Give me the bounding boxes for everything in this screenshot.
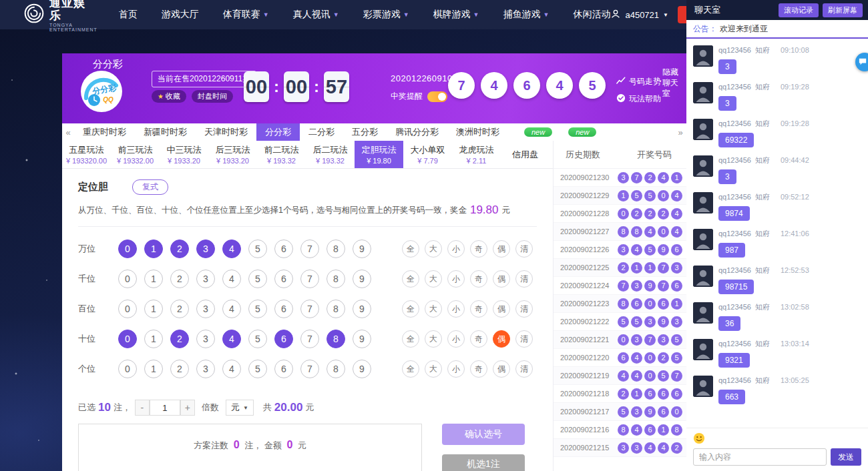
nav-item[interactable]: 首页 [119, 9, 138, 21]
number-ball[interactable]: 7 [300, 300, 319, 318]
quick-select-button[interactable]: 小 [447, 300, 465, 318]
win-alert-toggle[interactable] [427, 91, 447, 102]
play-method-tab[interactable]: 前二玩法¥ 193.32 [257, 141, 306, 168]
nav-item[interactable]: 体育联赛▼ [223, 9, 269, 21]
quick-select-button[interactable]: 奇 [470, 270, 487, 288]
number-ball[interactable]: 2 [170, 270, 189, 288]
tabs-prev-arrow[interactable]: « [62, 123, 74, 141]
number-ball[interactable]: 4 [222, 360, 241, 378]
refresh-screen-button[interactable]: 刷新屏幕 [823, 3, 863, 17]
number-ball[interactable]: 5 [248, 270, 267, 288]
send-button[interactable]: 发送 [831, 448, 861, 466]
number-ball[interactable]: 0 [118, 330, 137, 348]
multiplier-input[interactable] [150, 400, 180, 416]
quick-select-button[interactable]: 奇 [470, 240, 487, 258]
number-ball[interactable]: 1 [144, 270, 163, 288]
confirm-selection-button[interactable]: 确认选号 [442, 424, 525, 445]
play-method-tab[interactable]: 后三玩法¥ 1933.20 [208, 141, 257, 168]
number-ball[interactable]: 7 [300, 330, 319, 348]
nav-item[interactable]: 游戏大厅 [162, 9, 199, 21]
quick-select-button[interactable]: 偶 [493, 240, 510, 258]
number-ball[interactable]: 7 [300, 270, 319, 288]
lottery-tab[interactable]: 二分彩 [300, 123, 343, 141]
quick-select-button[interactable]: 清 [515, 300, 533, 318]
quick-select-button[interactable]: 大 [425, 300, 442, 318]
number-ball[interactable]: 2 [170, 360, 189, 378]
number-ball[interactable]: 3 [196, 330, 215, 348]
number-ball[interactable]: 4 [222, 270, 241, 288]
quick-select-button[interactable]: 小 [447, 270, 465, 288]
play-method-tab[interactable]: 龙虎玩法¥ 2.11 [452, 141, 501, 168]
number-ball[interactable]: 9 [353, 240, 371, 258]
hide-chat-button[interactable]: 隐藏聊天室 [662, 67, 685, 99]
number-ball[interactable]: 8 [327, 360, 345, 378]
lottery-tab[interactable]: 重庆时时彩 [74, 123, 135, 141]
favorite-button[interactable]: ★收藏 [152, 90, 186, 103]
number-ball[interactable]: 5 [248, 240, 267, 258]
lottery-tab[interactable]: 澳洲时时彩 [447, 123, 508, 141]
quick-select-button[interactable]: 小 [447, 330, 465, 348]
number-ball[interactable]: 9 [353, 270, 371, 288]
number-ball[interactable]: 8 [327, 240, 345, 258]
number-ball[interactable]: 2 [170, 240, 189, 258]
increase-button[interactable]: + [180, 400, 195, 416]
number-ball[interactable]: 6 [274, 300, 293, 318]
number-ball[interactable]: 3 [196, 240, 215, 258]
number-ball[interactable]: 8 [327, 300, 345, 318]
number-ball[interactable]: 3 [196, 270, 215, 288]
brand-logo[interactable]: 通亚娱乐 TONGYA ENTERTAINMENT [24, 0, 97, 32]
play-method-tab[interactable]: 中三玩法¥ 1933.20 [160, 141, 208, 168]
nav-item[interactable]: 捕鱼游戏▼ [503, 9, 550, 21]
lottery-tab[interactable]: 新疆时时彩 [135, 123, 196, 141]
number-ball[interactable]: 1 [144, 240, 163, 258]
quick-select-button[interactable]: 大 [425, 360, 442, 378]
lottery-tab[interactable]: 五分彩 [343, 123, 387, 141]
number-ball[interactable]: 9 [353, 300, 371, 318]
number-ball[interactable]: 4 [222, 300, 241, 318]
scroll-log-button[interactable]: 滚动记录 [779, 3, 819, 17]
number-ball[interactable]: 2 [170, 300, 189, 318]
decrease-button[interactable]: - [135, 400, 150, 416]
number-ball[interactable]: 1 [144, 360, 163, 378]
number-ball[interactable]: 6 [274, 240, 293, 258]
quick-select-button[interactable]: 全 [402, 360, 419, 378]
help-link[interactable]: 玩法帮助 [616, 93, 661, 105]
new-badge[interactable]: new [524, 127, 552, 137]
lottery-tab[interactable]: 天津时时彩 [196, 123, 256, 141]
trend-link[interactable]: 号码走势 [616, 76, 661, 87]
quick-select-button[interactable]: 清 [515, 360, 533, 378]
quick-select-button[interactable]: 偶 [493, 270, 510, 288]
play-method-tab[interactable]: 大小单双¥ 7.79 [403, 141, 452, 168]
number-ball[interactable]: 2 [170, 330, 189, 348]
number-ball[interactable]: 0 [118, 300, 137, 318]
number-ball[interactable]: 4 [222, 240, 241, 258]
quick-select-button[interactable]: 小 [447, 240, 465, 258]
number-ball[interactable]: 1 [144, 330, 163, 348]
quick-select-button[interactable]: 清 [515, 240, 533, 258]
quick-select-button[interactable]: 大 [425, 270, 442, 288]
tabs-next-arrow[interactable]: » [674, 123, 686, 141]
quick-select-button[interactable]: 偶 [493, 360, 510, 378]
quick-select-button[interactable]: 偶 [493, 300, 510, 318]
quick-select-button[interactable]: 全 [402, 330, 419, 348]
random-pick-button[interactable]: 机选1注 [442, 454, 525, 471]
lottery-tab[interactable]: 腾讯分分彩 [387, 123, 447, 141]
number-ball[interactable]: 5 [248, 360, 267, 378]
mode-pill-button[interactable]: 复式 [132, 179, 168, 195]
number-ball[interactable]: 7 [300, 360, 319, 378]
number-ball[interactable]: 5 [248, 330, 267, 348]
number-ball[interactable]: 0 [118, 270, 137, 288]
number-ball[interactable]: 9 [353, 330, 371, 348]
number-ball[interactable]: 9 [353, 360, 371, 378]
emoji-button[interactable] [693, 432, 705, 444]
number-ball[interactable]: 0 [118, 240, 137, 258]
nav-item[interactable]: 棋牌游戏▼ [433, 9, 479, 21]
number-ball[interactable]: 6 [274, 360, 293, 378]
chat-input[interactable] [693, 448, 827, 466]
quick-select-button[interactable]: 清 [515, 270, 533, 288]
user-menu[interactable]: a450721 ▼ [610, 9, 668, 21]
quick-select-button[interactable]: 大 [425, 330, 442, 348]
number-ball[interactable]: 4 [222, 330, 241, 348]
number-ball[interactable]: 6 [274, 270, 293, 288]
number-ball[interactable]: 8 [327, 270, 345, 288]
